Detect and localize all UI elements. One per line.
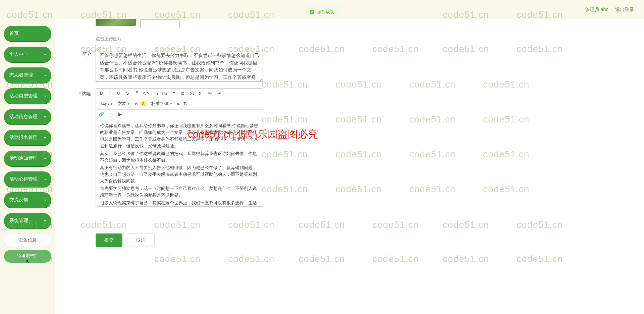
fontcolor-icon[interactable]: A bbox=[133, 101, 139, 106]
superscript-icon[interactable]: x² bbox=[198, 91, 204, 96]
format-select[interactable]: 文本 bbox=[116, 100, 132, 107]
underline-icon[interactable]: U bbox=[116, 91, 121, 96]
cancel-button[interactable]: 取消 bbox=[127, 233, 155, 247]
user-link[interactable]: 管理员 abo bbox=[585, 7, 608, 13]
sidebar-item-feedback[interactable]: 交流反馈▾ bbox=[4, 192, 51, 208]
sidebar-item-system[interactable]: 系统管理▾ bbox=[4, 213, 51, 228]
check-icon: ✓ bbox=[310, 10, 314, 14]
align-icon[interactable]: ≡ bbox=[176, 101, 181, 106]
chevron-down-icon: ▾ bbox=[44, 177, 46, 181]
subscript-icon[interactable]: x₂ bbox=[190, 91, 195, 96]
sidebar-item-volunteer[interactable]: 志愿者管理▾ bbox=[4, 67, 51, 83]
image-thumbnail[interactable] bbox=[96, 19, 136, 26]
rich-editor: B I U S ❞ </> H₁ H₂ ≡ ≣ bbox=[96, 88, 263, 207]
intro-textarea[interactable] bbox=[96, 49, 263, 82]
chevron-down-icon: ▾ bbox=[44, 115, 46, 119]
submit-button[interactable]: 提交 bbox=[96, 233, 122, 247]
fontsize-select[interactable]: 14px bbox=[99, 101, 115, 107]
editor-content[interactable]: 你说你喜欢读书，让我给你列书单，你还问我哪里有那么多时间看书;你说自己梦想的职业… bbox=[96, 119, 263, 206]
success-toast: ✓ 操作成功 bbox=[304, 6, 340, 18]
sidebar-item-home[interactable]: 首页 bbox=[4, 26, 51, 41]
sidebar-item-activity-experience[interactable]: 活动心得管理▾ bbox=[4, 171, 51, 187]
h1-icon[interactable]: H₁ bbox=[153, 91, 159, 96]
cursor-icon: ↖ bbox=[26, 259, 30, 264]
bold-icon[interactable]: B bbox=[99, 91, 104, 96]
strike-icon[interactable]: S bbox=[125, 91, 130, 96]
clear-format-icon[interactable]: Tₓ bbox=[183, 101, 188, 106]
sidebar: 首页 个人中心▾ 志愿者管理▾ 活动类型管理▾ 活动信息管理▾ 活动报名管理▾ … bbox=[0, 19, 55, 314]
video-icon[interactable]: ▶ bbox=[117, 112, 123, 117]
indent-in-icon[interactable]: ⇥ bbox=[216, 91, 222, 96]
code-icon[interactable]: </> bbox=[143, 91, 149, 96]
main-content: 点击上传图片 简介 内容 B I U S ❞ </> bbox=[55, 19, 644, 314]
sidebar-item-profile[interactable]: 个人中心▾ bbox=[4, 47, 51, 62]
chevron-down-icon: ▾ bbox=[44, 53, 46, 56]
upload-box[interactable] bbox=[141, 19, 179, 29]
chevron-down-icon: ▾ bbox=[44, 198, 46, 202]
sidebar-sub-announce[interactable]: 公告信息 bbox=[4, 234, 51, 247]
sidebar-item-activity-notify[interactable]: 活动通知管理▾ bbox=[4, 151, 51, 166]
sidebar-sub-carousel[interactable]: 轮播图管理↖ bbox=[4, 250, 51, 263]
indent-out-icon[interactable]: ⇤ bbox=[208, 91, 213, 96]
content-label: 内容 bbox=[75, 88, 96, 97]
sidebar-item-activity-signup[interactable]: 活动报名管理▾ bbox=[4, 130, 51, 145]
chevron-down-icon: ▾ bbox=[44, 136, 46, 140]
image-icon[interactable]: ▢ bbox=[108, 112, 113, 117]
fontfamily-select[interactable]: 标准字体 bbox=[150, 100, 174, 107]
toast-text: 操作成功 bbox=[317, 9, 334, 15]
sidebar-item-activity-info[interactable]: 活动信息管理▾ bbox=[4, 109, 51, 124]
chevron-down-icon: ▾ bbox=[44, 219, 46, 223]
ol-icon[interactable]: ≡ bbox=[171, 91, 177, 96]
intro-label: 简介 bbox=[75, 49, 96, 57]
chevron-down-icon: ▾ bbox=[44, 157, 46, 160]
italic-icon[interactable]: I bbox=[107, 91, 113, 96]
chevron-down-icon: ▾ bbox=[44, 73, 46, 77]
editor-toolbar-1: B I U S ❞ </> H₁ H₂ ≡ ≣ bbox=[96, 89, 263, 98]
upload-hint: 点击上传图片 bbox=[96, 36, 634, 42]
quote-icon[interactable]: ❞ bbox=[134, 91, 140, 96]
logout-link[interactable]: 退出登录 bbox=[615, 7, 634, 13]
ul-icon[interactable]: ≣ bbox=[180, 91, 185, 96]
h2-icon[interactable]: H₂ bbox=[162, 91, 167, 96]
editor-toolbar-3: 🔗 ▢ ▶ bbox=[96, 110, 263, 119]
bgcolor-icon[interactable]: A bbox=[141, 101, 146, 106]
editor-toolbar-2: 14px 文本 A A 标准字体 ≡ Tₓ bbox=[96, 98, 263, 110]
sidebar-item-activity-type[interactable]: 活动类型管理▾ bbox=[4, 88, 51, 104]
chevron-down-icon: ▾ bbox=[44, 94, 46, 98]
link-icon[interactable]: 🔗 bbox=[99, 112, 104, 117]
